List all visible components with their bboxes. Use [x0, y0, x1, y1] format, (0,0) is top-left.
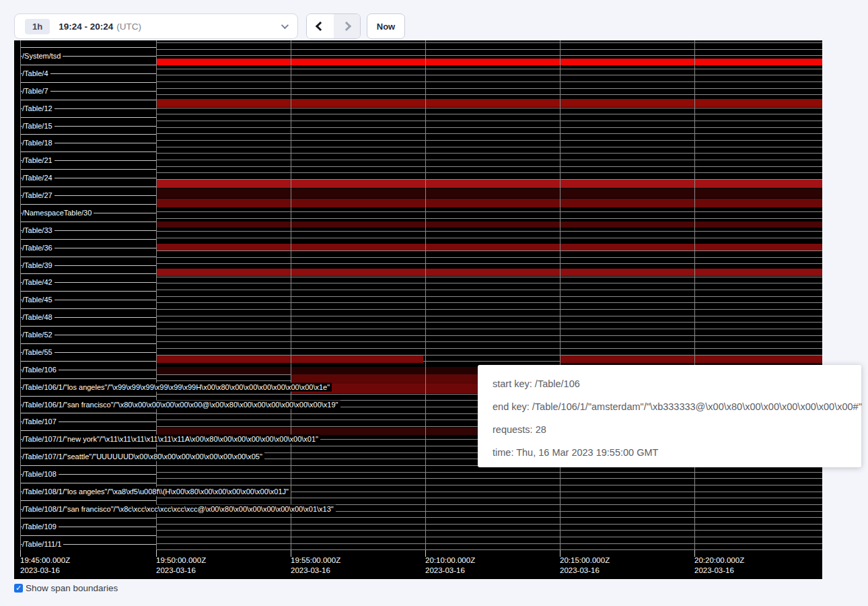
time-nav-group: [306, 13, 361, 39]
timezone-label: (UTC): [116, 22, 141, 32]
span-boundary-line: [20, 308, 156, 309]
row-label: /Table/39: [22, 261, 55, 270]
row-label: /Table/106/1/"san francisco"/"\x80\x00\x…: [22, 401, 340, 409]
span-boundary-line: [156, 498, 822, 498]
row-label: /Table/24: [22, 174, 55, 182]
row-label: /Table/7: [22, 87, 50, 96]
hot-span-band: [156, 244, 822, 250]
span-boundary-line: [156, 42, 822, 43]
time-gridline: [20, 40, 21, 553]
span-boundary-line: [156, 114, 822, 114]
span-boundary-line: [20, 65, 156, 65]
row-label: /Table/12: [22, 104, 55, 113]
hot-span-band: [156, 269, 822, 276]
time-preset-badge: 1h: [25, 19, 50, 34]
hot-span-band: [156, 356, 423, 363]
heatmap-canvas[interactable]: /System/tsd/Table/4/Table/7/Table/12/Tab…: [14, 40, 822, 579]
span-boundary-line: [20, 483, 156, 483]
span-boundary-line: [156, 316, 822, 316]
span-boundary-line: [156, 140, 822, 141]
prev-time-button[interactable]: [307, 14, 334, 38]
axis-date-label: 2023-03-16: [20, 566, 60, 574]
span-boundary-line: [156, 549, 822, 550]
time-range-select[interactable]: 1h 19:24 - 20:24 (UTC): [14, 13, 298, 39]
span-boundary-line: [156, 160, 822, 160]
span-boundary-line: [20, 134, 156, 135]
show-span-boundaries-checkbox[interactable]: ✓: [14, 584, 23, 593]
hot-span-band: [156, 180, 822, 188]
span-boundary-line: [156, 55, 822, 56]
span-boundary-line: [20, 396, 156, 397]
span-boundary-line: [156, 341, 822, 342]
row-label: /Table/107: [22, 417, 59, 426]
span-boundary-line: [156, 127, 822, 128]
span-boundary-line: [156, 263, 822, 264]
axis-date-label: 2023-03-16: [425, 566, 465, 574]
row-label: /Table/42: [22, 278, 55, 287]
row-label: /Table/106: [22, 366, 59, 374]
span-boundary-line: [156, 485, 822, 485]
span-boundary-line: [156, 238, 822, 238]
row-label: /Table/108: [22, 470, 59, 479]
row-label: /Table/106/1/"los angeles"/"\x99\x99\x99…: [22, 383, 332, 392]
span-boundary-line: [156, 296, 822, 297]
span-boundary-line: [20, 430, 156, 431]
span-boundary-line: [156, 69, 822, 69]
row-label: /Table/36: [22, 244, 55, 252]
chevron-left-icon: [316, 22, 325, 31]
row-label: /Table/15: [22, 122, 55, 131]
show-span-boundaries-label[interactable]: Show span boundaries: [26, 583, 118, 593]
chevron-down-icon: [281, 22, 289, 29]
span-boundary-line: [156, 231, 822, 232]
time-gridline: [425, 40, 426, 553]
span-boundary-line: [156, 537, 822, 537]
span-boundary-line: [20, 448, 156, 448]
time-gridline: [560, 40, 560, 553]
hot-span-band: [156, 222, 822, 228]
axis-time-label: 20:10:00.000Z: [425, 556, 475, 564]
row-label: /Table/4: [22, 69, 50, 78]
row-label: /Table/33: [22, 226, 55, 235]
span-boundary-line: [20, 500, 156, 501]
span-boundary-line: [20, 204, 156, 205]
span-boundary-line: [20, 187, 156, 187]
span-boundary-line: [20, 117, 156, 118]
axis-date-label: 2023-03-16: [291, 566, 330, 574]
row-label: /NamespaceTable/30: [22, 209, 94, 217]
row-label: /Table/107/1/"new york"/"\x11\x11\x11\x1…: [22, 435, 320, 444]
show-span-boundaries-control[interactable]: ✓ Show span boundaries: [14, 583, 118, 593]
span-boundary-line: [20, 100, 156, 100]
row-label: /Table/107/1/"seattle"/"UUUUUUD\x00\x80\…: [22, 452, 264, 461]
hot-span-band: [560, 356, 822, 363]
span-boundary-line: [156, 524, 822, 525]
time-gridline: [156, 40, 157, 553]
span-boundary-line: [156, 335, 822, 336]
span-boundary-line: [20, 273, 156, 274]
row-label: /Table/48: [22, 313, 55, 322]
span-boundary-line: [156, 121, 822, 121]
tooltip-start-key: start key: /Table/106: [493, 372, 861, 395]
axis-time-label: 20:15:00.000Z: [560, 556, 610, 564]
axis-time-label: 19:45:00.000Z: [20, 556, 70, 564]
span-boundary-line: [156, 94, 822, 95]
span-boundary-line: [20, 169, 156, 170]
span-boundary-line: [156, 153, 822, 154]
now-button[interactable]: Now: [367, 13, 405, 39]
row-label: /Table/27: [22, 191, 55, 200]
span-boundary-line: [156, 329, 822, 329]
hot-span-band: [156, 59, 822, 65]
span-boundary-line: [20, 465, 156, 466]
span-boundary-line: [20, 361, 156, 362]
next-time-button[interactable]: [334, 14, 361, 38]
span-boundary-line: [156, 290, 822, 290]
axis-time-label: 20:20:00.000Z: [694, 556, 744, 564]
span-boundary-line: [156, 543, 822, 544]
chevron-right-icon: [342, 22, 351, 31]
span-boundary-line: [156, 517, 822, 518]
span-boundary-line: [156, 302, 822, 303]
axis-time-label: 19:50:00.000Z: [156, 556, 206, 564]
axis-time-label: 19:55:00.000Z: [291, 556, 340, 564]
span-boundary-line: [156, 88, 822, 89]
span-boundary-line: [156, 147, 822, 147]
hot-span-band: [156, 99, 822, 107]
